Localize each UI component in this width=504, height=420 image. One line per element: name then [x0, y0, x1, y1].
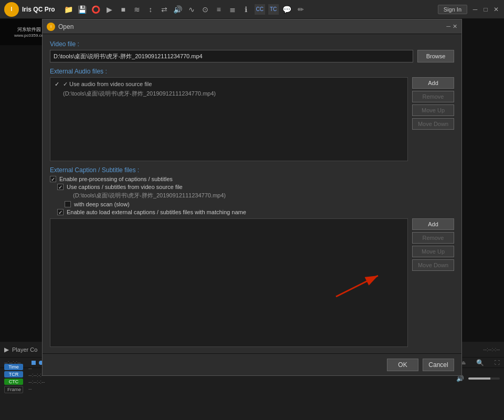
caption-option-2-label: with deep scan (slow) [74, 201, 130, 207]
top-toolbar: I Iris QC Pro 📁 💾 ⭕ ▶ ■ ≋ ↕ ⇄ 🔊 ∿ ⊙ ≡ ≣ … [0, 0, 504, 19]
vol-icon[interactable]: 🔊 [173, 4, 183, 15]
eq-icon[interactable]: ≋ [132, 4, 142, 15]
dialog-title-bar: I Open ─ ✕ [43, 19, 461, 34]
toolbar-icons: 📁 💾 ⭕ ▶ ■ ≋ ↕ ⇄ 🔊 ∿ ⊙ ≡ ≣ ℹ CC TC 💬 ✏ [64, 4, 438, 15]
video-file-label: Video file : [50, 40, 454, 48]
audio-remove-button[interactable]: Remove [412, 91, 454, 102]
pen-icon[interactable]: ✏ [296, 4, 306, 15]
wave-icon[interactable]: ↕ [145, 4, 156, 15]
audio-check-icon: ✓ [55, 81, 59, 87]
caption-option-0-label: Enable pre-processing of captions / subt… [59, 176, 173, 182]
caption-remove-button[interactable]: Remove [412, 232, 454, 244]
stop-icon[interactable]: ■ [118, 4, 129, 15]
record-icon[interactable]: ⭕ [91, 4, 101, 15]
play-icon[interactable]: ▶ [104, 4, 115, 15]
swap-icon[interactable]: ⇄ [159, 4, 170, 15]
caption-option-2: with deep scan (slow) [65, 201, 454, 207]
audio-source-label: ✓ Use audio from video source file [63, 81, 152, 87]
caption-move-up-button[interactable]: Move Up [412, 246, 454, 257]
toolbar-right: Sign In ─ □ ✕ [438, 5, 500, 14]
caption-check-2[interactable] [65, 201, 71, 207]
audio-source-path: (D:\tools\桌面\说明书\虎牙-胖炸_20190912111234770… [63, 90, 403, 98]
cc-icon[interactable]: CC [255, 4, 265, 15]
audio-list-panel: ✓ ✓ Use audio from video source file (D:… [50, 77, 408, 161]
close-icon[interactable]: ✕ [492, 6, 500, 13]
video-file-row: Browse [50, 50, 454, 62]
ok-button[interactable]: OK [387, 359, 418, 371]
browse-button[interactable]: Browse [417, 50, 454, 62]
audio-add-button[interactable]: Add [412, 77, 454, 89]
ctc-badge: CTC [4, 379, 23, 385]
volume-icon[interactable]: 🔊 [456, 375, 464, 382]
external-caption-label: External Caption / Subtitle files : [50, 166, 454, 174]
info-icon[interactable]: ℹ [241, 4, 251, 15]
external-caption-section: External Caption / Subtitle files : Enab… [50, 166, 454, 347]
play-icon-btn[interactable]: ▶ [4, 346, 9, 353]
timecode-right: --:--:-:-- [483, 346, 500, 352]
audio-source-item: ✓ ✓ Use audio from video source file [52, 80, 405, 89]
caption-options: Enable pre-processing of captions / subt… [50, 176, 454, 215]
caption-option-3: Enable auto load external captions / sub… [57, 209, 454, 215]
external-audio-section: External Audio files : ✓ ✓ Use audio fro… [50, 68, 454, 161]
sign-in-button[interactable]: Sign In [438, 5, 467, 14]
audio-move-down-button[interactable]: Move Down [412, 118, 454, 130]
maximize-icon[interactable]: □ [482, 6, 489, 13]
chat-icon[interactable]: 💬 [282, 4, 292, 15]
dialog-footer: OK Cancel [43, 353, 461, 375]
caption-move-down-button[interactable]: Move Down [412, 259, 454, 271]
audio-list-area: ✓ ✓ Use audio from video source file (D:… [50, 77, 454, 161]
dialog-body: Video file : Browse External Audio files… [43, 34, 461, 353]
window-controls: ─ □ ✕ [471, 6, 500, 13]
audio-side-buttons: Add Remove Move Up Move Down [412, 77, 454, 161]
caption-list-panel [50, 218, 408, 347]
playhead-dot-1 [32, 361, 36, 365]
external-audio-label: External Audio files : [50, 68, 454, 75]
list-icon[interactable]: ≡ [214, 4, 224, 15]
list2-icon[interactable]: ≣ [227, 4, 238, 15]
phase-icon[interactable]: ∿ [186, 4, 197, 15]
cancel-button[interactable]: Cancel [423, 359, 454, 371]
player-time-labels: Time TCR CTC Frame [4, 364, 23, 393]
open-icon[interactable]: 📁 [64, 4, 74, 15]
caption-check-3[interactable] [57, 209, 64, 215]
video-file-input[interactable] [50, 50, 413, 62]
fullscreen-icon[interactable]: ⛶ [495, 360, 500, 365]
tc-icon[interactable]: TC [268, 4, 279, 15]
frame-badge: Frame [4, 386, 23, 393]
caption-option-3-label: Enable auto load external captions / sub… [67, 209, 246, 215]
player-right-controls: 🔊 [456, 375, 500, 382]
minimize-icon[interactable]: ─ [471, 6, 479, 13]
caption-check-1[interactable] [57, 184, 64, 190]
caption-add-button[interactable]: Add [412, 218, 454, 230]
caption-list-area: Add Remove Move Up Move Down [50, 218, 454, 347]
app-name: Iris QC Pro [22, 6, 55, 13]
dialog-close-icon[interactable]: ✕ [453, 23, 457, 30]
caption-option-1-label: Use captions / subtitles from video sour… [67, 184, 183, 190]
caption-check-0[interactable] [50, 176, 56, 182]
caption-option-1: Use captions / subtitles from video sour… [57, 184, 454, 190]
audio-source-path-item: (D:\tools\桌面\说明书\虎牙-胖炸_20190912111234770… [52, 89, 405, 99]
caption-source-path: (D:\tools\桌面\说明书\虎牙-胖炸_20190912111234770… [73, 192, 454, 200]
dialog-icon: I [47, 23, 55, 31]
audio-move-up-button[interactable]: Move Up [412, 104, 454, 116]
player-label: Player Co [12, 346, 37, 353]
dialog-title: Open [58, 23, 446, 30]
caption-option-0: Enable pre-processing of captions / subt… [50, 176, 454, 182]
time-badge: Time [4, 364, 23, 370]
video-file-section: Video file : Browse [50, 40, 454, 62]
volume-fill [468, 377, 490, 380]
app-logo: I [4, 2, 19, 17]
tcr-badge: TCR [4, 371, 23, 377]
dialog-minimize-icon[interactable]: ─ [446, 23, 450, 30]
open-dialog: I Open ─ ✕ Video file : Browse External … [42, 19, 462, 376]
dialog-win-controls: ─ ✕ [446, 23, 457, 30]
volume-bar[interactable] [468, 377, 500, 380]
save-icon[interactable]: 💾 [77, 4, 88, 15]
circle-icon[interactable]: ⊙ [200, 4, 211, 15]
caption-side-buttons: Add Remove Move Up Move Down [412, 218, 454, 347]
magnify-icon[interactable]: 🔍 [476, 359, 484, 366]
